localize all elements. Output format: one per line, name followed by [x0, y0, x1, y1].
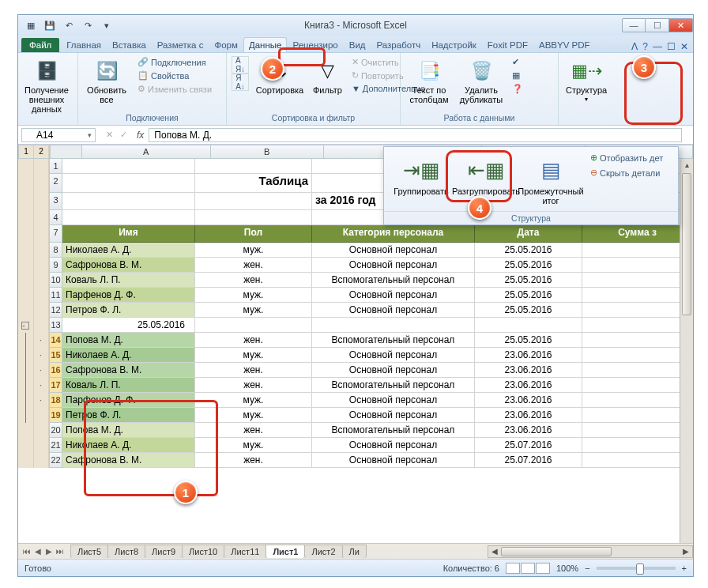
doc-minimize-icon[interactable]: —	[653, 41, 662, 52]
row-header-15[interactable]: 15	[50, 348, 62, 363]
outline-gutter[interactable]: ·	[18, 333, 50, 348]
cell[interactable]: муж.	[195, 393, 312, 408]
cell[interactable]: жен.	[195, 363, 312, 378]
select-all-corner[interactable]	[50, 145, 82, 159]
cell[interactable]: 25.07.2016	[475, 438, 582, 453]
zoom-slider[interactable]	[597, 567, 676, 570]
row-header-3[interactable]: 3	[50, 193, 62, 210]
whatif-button[interactable]: ❓	[510, 83, 525, 95]
cell[interactable]: жен.	[195, 333, 312, 348]
cell[interactable]: 25.05.2016	[475, 273, 582, 288]
cell[interactable]: Основной персонал	[312, 363, 475, 378]
outline-gutter[interactable]: ·	[18, 378, 50, 393]
cell[interactable]: Сафронова В. М.	[62, 363, 195, 378]
cell[interactable]	[582, 303, 693, 318]
connections-button[interactable]: 🔗Подключения	[135, 56, 214, 68]
vertical-scrollbar[interactable]: ▴	[680, 159, 693, 543]
cell[interactable]: 23.06.2016	[475, 423, 582, 438]
outline-gutter[interactable]	[18, 423, 50, 438]
row-header-22[interactable]: 22	[50, 453, 62, 468]
structure-button[interactable]: ▦⇢Структура▾	[563, 56, 609, 106]
text-to-columns-button[interactable]: 📑Текст по столбцам	[405, 56, 453, 107]
cell[interactable]	[582, 258, 693, 273]
doc-close-icon[interactable]: ✕	[680, 41, 688, 52]
cell[interactable]: жен.	[195, 258, 312, 273]
ribbon-minimize-icon[interactable]: ᐱ	[631, 41, 638, 52]
cell[interactable]: Основной персонал	[312, 348, 475, 363]
outline-gutter[interactable]	[18, 453, 50, 468]
cell[interactable]: Коваль Л. П.	[62, 378, 195, 393]
data-validation-button[interactable]: ✔	[510, 56, 525, 68]
consolidate-button[interactable]: ▦	[510, 70, 525, 81]
cell[interactable]: Основной персонал	[312, 438, 475, 453]
cell[interactable]: 23.06.2016	[475, 408, 582, 423]
row-header-8[interactable]: 8	[50, 243, 62, 258]
row-header-20[interactable]: 20	[50, 423, 62, 438]
outline-gutter[interactable]	[18, 303, 50, 318]
undo-icon[interactable]: ↶	[61, 18, 77, 32]
doc-restore-icon[interactable]: ☐	[667, 41, 676, 52]
cell[interactable]: Основной персонал	[312, 243, 475, 258]
edit-links-button[interactable]: ⚙Изменить связи	[135, 83, 214, 95]
cell[interactable]: муж.	[195, 288, 312, 303]
cell[interactable]	[195, 318, 312, 333]
tab-Надстройк[interactable]: Надстройк	[426, 37, 482, 52]
hide-detail-button[interactable]: ⊖Скрыть детали	[588, 167, 665, 179]
cell[interactable]: жен.	[195, 273, 312, 288]
outline-gutter[interactable]	[18, 159, 50, 174]
cell[interactable]: 23.06.2016	[475, 378, 582, 393]
cell[interactable]: Основной персонал	[312, 393, 475, 408]
cell[interactable]: 23.06.2016	[475, 348, 582, 363]
row-header-21[interactable]: 21	[50, 438, 62, 453]
cell[interactable]: Николаев А. Д.	[62, 348, 195, 363]
subtotal-button[interactable]: ▤Промежуточный итог	[520, 152, 582, 209]
outline-gutter[interactable]	[18, 174, 50, 193]
cell[interactable]: муж.	[195, 348, 312, 363]
cell[interactable]: Коваль Л. П.	[62, 273, 195, 288]
cell[interactable]	[582, 348, 693, 363]
cancel-formula-icon[interactable]: ✕	[102, 130, 116, 140]
tab-Форм[interactable]: Форм	[209, 37, 243, 52]
refresh-all-button[interactable]: 🔄Обновить все	[83, 56, 130, 107]
cell[interactable]: Вспомогательный персонал	[312, 378, 475, 393]
cell[interactable]: Попова М. Д.	[62, 423, 195, 438]
cell[interactable]	[582, 438, 693, 453]
outline-gutter[interactable]: ·	[18, 348, 50, 363]
cell[interactable]: Николаев А. Д.	[62, 243, 195, 258]
tab-Рецензиро[interactable]: Рецензиро	[287, 37, 343, 52]
col-header-B[interactable]: B	[211, 145, 324, 159]
outline-gutter[interactable]	[18, 408, 50, 423]
outline-gutter[interactable]: -	[18, 318, 50, 333]
col-header-A[interactable]: A	[82, 145, 211, 159]
maximize-button[interactable]: ☐	[646, 18, 669, 32]
outline-gutter[interactable]: ·	[18, 363, 50, 378]
cell[interactable]	[582, 423, 693, 438]
cell[interactable]: 25.05.2016	[475, 258, 582, 273]
cell[interactable]: Сафронова В. М.	[62, 258, 195, 273]
cell[interactable]: Основной персонал	[312, 258, 475, 273]
row-header-17[interactable]: 17	[50, 378, 62, 393]
row-header-14[interactable]: 14	[50, 333, 62, 348]
cell[interactable]	[582, 318, 693, 333]
sheet-tab-Лист5[interactable]: Лист5	[70, 545, 108, 558]
cell[interactable]: Попова М. Д.	[62, 333, 195, 348]
tab-Foxit PDF[interactable]: Foxit PDF	[482, 37, 533, 52]
cell[interactable]: 25.05.2016	[475, 333, 582, 348]
tab-Вид[interactable]: Вид	[344, 37, 371, 52]
enter-formula-icon[interactable]: ✓	[116, 130, 130, 140]
remove-duplicates-button[interactable]: 🗑️Удалить дубликаты	[458, 56, 505, 107]
row-header-7[interactable]: 7	[50, 225, 62, 243]
cell[interactable]: 25.05.2016	[475, 303, 582, 318]
tab-ABBYV PDF[interactable]: ABBYV PDF	[533, 37, 596, 52]
outline-level-buttons[interactable]: 12	[18, 145, 50, 159]
cell[interactable]: Вспомогательный персонал	[312, 423, 475, 438]
row-header-12[interactable]: 12	[50, 303, 62, 318]
excel-icon[interactable]: ▦	[23, 18, 39, 32]
cell[interactable]: жен.	[195, 453, 312, 468]
minimize-button[interactable]: —	[622, 18, 646, 32]
cell[interactable]: муж.	[195, 243, 312, 258]
sheet-tab-Ли[interactable]: Ли	[342, 545, 367, 558]
close-button[interactable]: ✕	[669, 18, 693, 32]
cell[interactable]	[312, 318, 475, 333]
name-box[interactable]: A14	[21, 128, 96, 142]
